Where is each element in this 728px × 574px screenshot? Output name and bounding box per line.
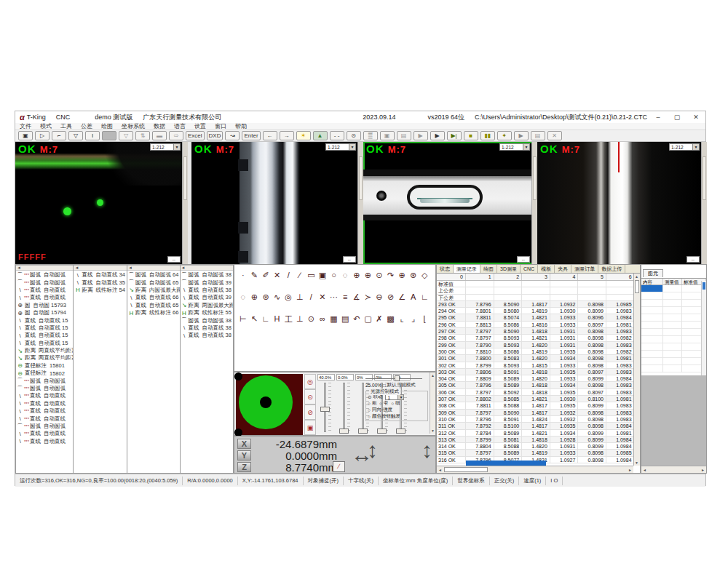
x-axis-button[interactable]: X: [237, 439, 251, 449]
table-row[interactable]: 302 OK7.87998.50931.48151.09330.80981.09…: [437, 362, 633, 369]
light-mode-icon[interactable]: ⊙: [304, 389, 316, 404]
checkbox-icon[interactable]: □: [383, 383, 386, 388]
status-segment[interactable]: 正交(关): [490, 477, 520, 485]
measure-tool-icon[interactable]: /: [306, 292, 317, 302]
camera-zoom-select[interactable]: 1-212▼: [669, 143, 700, 151]
measure-tool-icon[interactable]: ✐: [260, 271, 272, 280]
camera-resize-handle[interactable]: ⇔: [517, 256, 530, 263]
measure-tool-icon[interactable]: ∕: [294, 271, 306, 280]
measure-tool-icon[interactable]: ◌: [339, 271, 351, 280]
measure-tool-icon[interactable]: ⊕: [351, 271, 363, 280]
scroll-down-icon[interactable]: ▼: [431, 428, 435, 433]
camera-resize-handle[interactable]: ⇔: [343, 256, 356, 263]
measure-tool-icon[interactable]: ○: [328, 271, 340, 280]
table-row[interactable]: 298 OK7.87978.50931.48211.09310.80981.09…: [437, 335, 633, 341]
toolbar-button[interactable]: ▶: [430, 131, 445, 140]
table-row[interactable]: 305 OK7.87968.50891.48181.09340.80981.09…: [437, 382, 633, 388]
table-tab[interactable]: 夹具: [555, 265, 571, 273]
table-special-row[interactable]: 下公差: [437, 295, 633, 301]
master-intensity-slider[interactable]: [365, 375, 430, 381]
maximize-button[interactable]: ▢: [668, 111, 687, 123]
light-mode-icon[interactable]: ◎: [304, 374, 316, 389]
radio-off-icon[interactable]: ○: [368, 414, 371, 419]
status-segment[interactable]: 十字线(关): [344, 477, 379, 485]
vertical-jog-icon[interactable]: ↕: [367, 438, 378, 463]
element-list-item[interactable]: \***直线自动直线: [16, 407, 73, 415]
element-list-item[interactable]: \***直线自动直线: [16, 294, 73, 301]
table-row[interactable]: 296 OK7.88138.50861.48161.09330.80971.09…: [437, 322, 633, 328]
slider-track[interactable]: [362, 383, 364, 432]
element-list-item[interactable]: \***直线自动直线: [16, 415, 73, 422]
checkbox-label[interactable]: 默认当前模式: [387, 382, 416, 388]
camera-scrollbar[interactable]: [531, 142, 537, 264]
detail-rows[interactable]: [641, 285, 706, 372]
measure-tool-icon[interactable]: ⊙: [373, 271, 385, 280]
table-tab[interactable]: 3D测量: [497, 265, 521, 273]
element-list-item[interactable]: \直线自动直线 66: [127, 294, 180, 301]
toolbar-button[interactable]: Excel: [186, 131, 205, 140]
table-row[interactable]: 308 OK7.88118.50881.48171.09350.80991.09…: [437, 402, 633, 409]
element-list-item[interactable]: ⌒***圆弧自动圆弧: [16, 271, 73, 279]
measure-tool-icon[interactable]: ◌: [237, 292, 249, 302]
table-row[interactable]: 300 OK7.88108.50861.48191.09350.80981.09…: [437, 348, 633, 355]
toolbar-button[interactable]: - -: [330, 131, 344, 140]
toolbar-button[interactable]: [102, 131, 116, 140]
table-row[interactable]: 304 OK7.88098.50891.48201.09330.80991.09…: [437, 375, 633, 382]
table-row[interactable]: 310 OK7.87968.50911.48241.09320.80981.09…: [437, 416, 633, 423]
table-row[interactable]: 309 OK7.87978.50901.48171.09320.80981.09…: [437, 410, 633, 416]
menu-item[interactable]: 公差: [81, 122, 92, 130]
element-list-item[interactable]: ⌒圆弧自动圆弧 39: [181, 279, 234, 286]
measure-tool-icon[interactable]: ⊥: [294, 292, 306, 302]
toolbar-button[interactable]: ▣: [18, 131, 33, 140]
element-list-item[interactable]: \直线自动直线 35: [74, 279, 127, 286]
radio-off-icon[interactable]: ○: [368, 407, 371, 412]
measure-tool-icon[interactable]: ∠: [396, 292, 408, 302]
element-list-item[interactable]: \直线自动直线 34: [74, 271, 127, 279]
camera-scrollbar[interactable]: [701, 142, 707, 264]
toolbar-button[interactable]: ⇅: [135, 131, 150, 140]
measure-tool-icon[interactable]: ·: [237, 271, 249, 280]
measure-tool-icon[interactable]: ∿: [272, 292, 283, 302]
toolbar-button[interactable]: ←: [263, 131, 277, 140]
toolbar-button[interactable]: ▒: [363, 131, 378, 140]
camera-panel-3-selected[interactable]: OK M:7 1-212▼ ⇔: [363, 142, 537, 264]
toolbar-button[interactable]: ↝: [225, 131, 240, 140]
table-row[interactable]: 299 OK7.87908.50931.48201.09310.80981.09…: [437, 342, 633, 348]
table-row[interactable]: 306 OK7.87978.50921.48181.09350.80971.09…: [437, 389, 633, 396]
measure-tool-icon[interactable]: A: [408, 292, 419, 302]
column-header[interactable]: 内容: [641, 279, 663, 284]
table-tab[interactable]: 测量订单: [571, 265, 598, 273]
ring-light-wheel[interactable]: [239, 375, 293, 429]
camera-zoom-select[interactable]: 1-212▼: [150, 143, 181, 151]
measure-tool-icon[interactable]: ∞: [317, 314, 328, 325]
table-row[interactable]: 315 OK7.87978.50891.48191.09330.80981.09…: [437, 450, 633, 456]
table-horizontal-scrollbar[interactable]: ◄►: [437, 466, 633, 473]
element-list-item[interactable]: ⌒***圆弧自动圆弧: [16, 385, 73, 392]
column-header[interactable]: 2: [494, 274, 523, 280]
table-tab[interactable]: 绘图: [480, 265, 497, 273]
light-mode-icon[interactable]: ▣: [304, 420, 316, 435]
element-list-item[interactable]: \直线自动直线 38: [181, 287, 234, 294]
element-list-item[interactable]: \***直线自动直线: [16, 392, 73, 399]
slider-thumb[interactable]: [339, 428, 349, 434]
scrollbar-thumb[interactable]: [635, 280, 639, 293]
radio-off-icon[interactable]: ○: [368, 401, 371, 406]
measure-tool-icon[interactable]: ▦: [328, 314, 340, 325]
measure-tool-icon[interactable]: ◎: [282, 292, 294, 302]
column-header[interactable]: 5: [578, 274, 606, 280]
table-row[interactable]: 311 OK7.87928.51001.48171.09350.80981.09…: [437, 423, 633, 429]
element-list-item[interactable]: \直线自动直线 15: [16, 340, 73, 347]
element-list-item[interactable]: ↘距离两直线平均距离: [16, 347, 73, 354]
camera-scrollbar[interactable]: [182, 142, 188, 264]
table-row[interactable]: 297 OK7.87978.50901.48181.09310.80981.09…: [437, 328, 633, 335]
column-header[interactable]: 测量值: [663, 279, 682, 284]
measure-tool-icon[interactable]: ⋯: [328, 292, 340, 302]
table-row[interactable]: 313 OK7.87998.50811.48181.09280.80991.09…: [437, 437, 633, 443]
measure-tool-icon[interactable]: ⊛: [408, 271, 419, 280]
table-row[interactable]: 295 OK7.88118.50741.48211.09330.80961.09…: [437, 314, 633, 321]
corner-light-dot[interactable]: [234, 372, 242, 380]
measure-tool-icon[interactable]: ∡: [351, 292, 363, 302]
menu-item[interactable]: 数据: [154, 122, 165, 130]
camera-zoom-select[interactable]: 1-212▼: [499, 143, 530, 151]
minimize-button[interactable]: –: [649, 111, 668, 123]
